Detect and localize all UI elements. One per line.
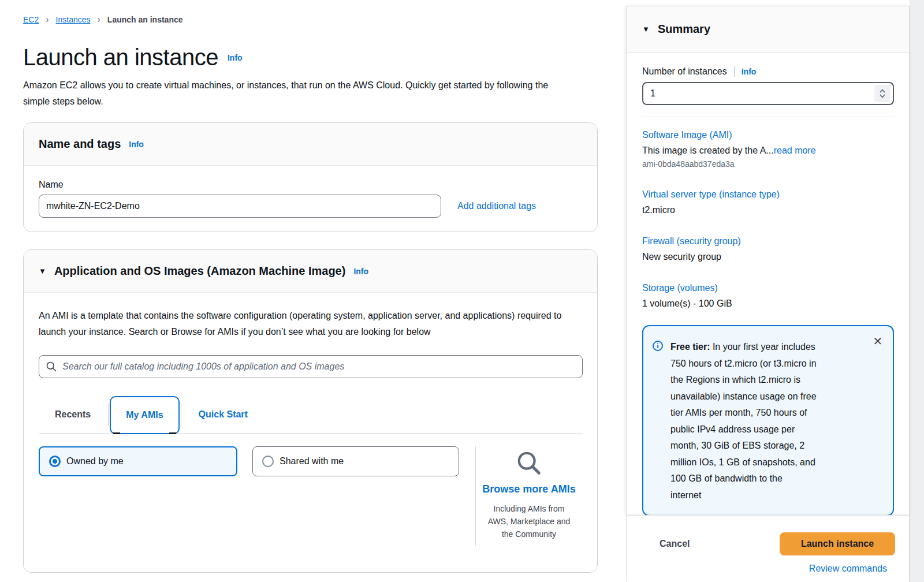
- owned-by-me-label: Owned by me: [66, 456, 124, 467]
- name-and-tags-info-link[interactable]: Info: [129, 140, 144, 149]
- breadcrumb-current: Launch an instance: [107, 15, 183, 24]
- instances-info-link[interactable]: Info: [742, 67, 757, 76]
- page-title: Launch an instance: [23, 44, 218, 70]
- free-tier-text: Free tier: In your first year includes 7…: [670, 339, 841, 503]
- application-section-title: Application and OS Images (Amazon Machin…: [54, 264, 346, 278]
- stepper-up-down-icon[interactable]: [874, 85, 891, 102]
- review-commands-link[interactable]: Review commands: [642, 564, 895, 574]
- owned-by-me-option[interactable]: Owned by me: [39, 446, 237, 476]
- free-tier-line: public IPv4 address usage per: [670, 421, 841, 438]
- tab-recents[interactable]: Recents: [39, 396, 107, 434]
- tab-quick-start[interactable]: Quick Start: [182, 396, 264, 434]
- cancel-button[interactable]: Cancel: [642, 534, 692, 554]
- name-and-tags-title: Name and tags: [39, 137, 121, 151]
- software-image-link[interactable]: Software Image (AMI): [642, 130, 894, 140]
- radio-selected-icon: [49, 456, 61, 467]
- page-info-link[interactable]: Info: [228, 53, 243, 62]
- summary-panel: Summary Number of instances Info Softwar…: [627, 6, 910, 516]
- info-circle-icon: [653, 341, 663, 351]
- caret-down-icon[interactable]: [39, 267, 46, 275]
- ami-source-tabs: Recents My AMIs Quick Start: [39, 396, 583, 434]
- firewall-value: New security group: [642, 252, 894, 262]
- instance-type-value: t2.micro: [642, 205, 894, 215]
- main-content: EC2 Instances Launch an instance Launch …: [23, 0, 598, 573]
- storage-link[interactable]: Storage (volumes): [642, 283, 894, 293]
- scrollbar-gutter: [910, 0, 924, 582]
- firewall-link[interactable]: Firewall (security group): [642, 236, 894, 247]
- read-more-link[interactable]: read more: [774, 146, 816, 155]
- radio-unselected-icon: [262, 456, 274, 467]
- free-tier-label: Free tier:: [670, 342, 710, 352]
- tab-divider: [108, 404, 109, 426]
- browse-note-line: AWS, Marketplace and: [488, 515, 571, 528]
- page-description: Amazon EC2 allows you to create virtual …: [23, 77, 566, 110]
- name-and-tags-section: Name and tags Info Name Add additional t…: [23, 122, 598, 232]
- free-tier-line: 750 hours of t2.micro (or t3.micro in: [670, 356, 841, 372]
- browse-note-line: Including AMIs from: [488, 502, 571, 515]
- shared-with-me-label: Shared with me: [280, 456, 344, 467]
- close-icon[interactable]: [872, 335, 884, 347]
- free-tier-line: million IOs, 1 GB of snapshots, and: [670, 454, 841, 471]
- shared-with-me-option[interactable]: Shared with me: [252, 446, 459, 476]
- number-of-instances-label: Number of instances: [642, 66, 727, 77]
- browse-more-amis-link[interactable]: Browse more AMIs: [482, 483, 575, 495]
- free-tier-line: 100 GB of bandwidth to the: [670, 471, 841, 487]
- summary-field-instance-type: Virtual server type (instance type) t2.m…: [642, 189, 894, 215]
- browse-note: Including AMIs from AWS, Marketplace and…: [488, 502, 571, 540]
- free-tier-line: In your first year includes: [713, 342, 815, 352]
- free-tier-line: month, 30 GiB of EBS storage, 2: [670, 438, 841, 454]
- tab-divider: [181, 404, 181, 426]
- chevron-right-icon: [46, 15, 49, 24]
- ami-description: An AMI is a template that contains the s…: [39, 308, 577, 340]
- free-tier-line: unavailable) instance usage on free: [670, 389, 841, 405]
- browse-search-icon: [516, 450, 542, 476]
- caret-down-icon[interactable]: [642, 25, 650, 33]
- free-tier-infobox: Free tier: In your first year includes 7…: [642, 325, 894, 515]
- summary-field-storage: Storage (volumes) 1 volume(s) - 100 GiB: [642, 283, 894, 309]
- chevron-right-icon: [98, 15, 100, 24]
- summary-field-software-image: Software Image (AMI) This image is creat…: [642, 130, 894, 169]
- application-os-images-section: Application and OS Images (Amazon Machin…: [23, 249, 598, 573]
- summary-title: Summary: [658, 23, 710, 36]
- software-image-description: This image is created by the A...: [642, 146, 774, 155]
- breadcrumb-link-ec2[interactable]: EC2: [23, 15, 39, 24]
- instance-name-input[interactable]: [39, 195, 441, 218]
- search-icon: [46, 361, 57, 372]
- tab-my-amis[interactable]: My AMIs: [110, 396, 179, 434]
- ami-id: ami-0bda48aabd37eda3a: [642, 159, 894, 169]
- summary-field-firewall: Firewall (security group) New security g…: [642, 236, 894, 262]
- storage-value: 1 volume(s) - 100 GiB: [642, 299, 894, 309]
- free-tier-line: the Regions in which t2.micro is: [670, 372, 841, 389]
- summary-footer: Cancel Launch instance Review commands: [627, 516, 910, 582]
- divider: [642, 117, 894, 117]
- breadcrumb: EC2 Instances Launch an instance: [23, 15, 598, 24]
- free-tier-line: internet: [670, 487, 841, 504]
- application-info-link[interactable]: Info: [353, 267, 368, 276]
- instance-type-link[interactable]: Virtual server type (instance type): [642, 189, 894, 200]
- free-tier-line: tier AMIs per month, 750 hours of: [670, 405, 841, 421]
- breadcrumb-link-instances[interactable]: Instances: [56, 15, 91, 24]
- number-of-instances-input[interactable]: [642, 82, 894, 105]
- browse-note-line: the Community: [488, 528, 571, 540]
- launch-instance-button[interactable]: Launch instance: [780, 532, 895, 555]
- add-additional-tags-link[interactable]: Add additional tags: [457, 201, 536, 211]
- label-divider: [734, 66, 735, 77]
- ami-catalog-search-input[interactable]: [39, 355, 583, 378]
- name-field-label: Name: [39, 180, 582, 190]
